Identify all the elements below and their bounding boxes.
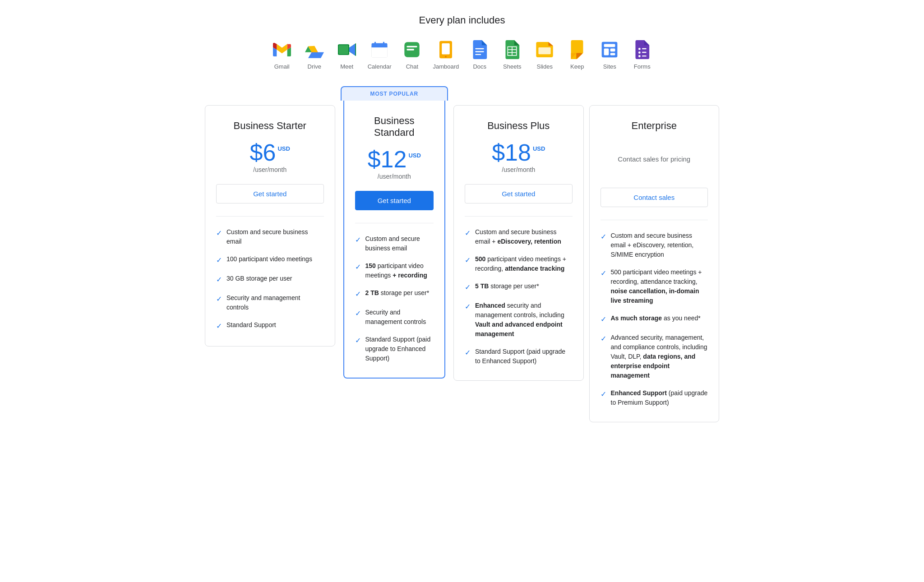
- starter-cta-button[interactable]: Get started: [216, 184, 324, 203]
- most-popular-badge: MOST POPULAR: [341, 86, 448, 101]
- feature-item: ✓ Standard Support (paid upgrade to Enha…: [465, 347, 573, 366]
- svg-rect-8: [372, 47, 388, 57]
- plan-standard: Business Standard $12 USD /user/month Ge…: [343, 101, 446, 379]
- feature-item: ✓ 150 participant video meetings + recor…: [355, 261, 434, 280]
- enterprise-cta-button[interactable]: Contact sales: [601, 188, 708, 207]
- meet-label: Meet: [340, 63, 353, 70]
- check-icon: ✓: [601, 231, 606, 242]
- jamboard-label: Jamboard: [433, 63, 459, 70]
- feature-item: ✓ Security and management controls: [216, 293, 324, 312]
- starter-price: $6: [250, 141, 276, 164]
- check-icon: ✓: [601, 333, 606, 344]
- meet-icon: [336, 39, 358, 60]
- starter-divider: [216, 216, 324, 217]
- svg-rect-30: [642, 48, 647, 49]
- app-gmail: Gmail: [270, 39, 294, 70]
- docs-label: Docs: [473, 63, 486, 70]
- sheets-label: Sheets: [503, 63, 521, 70]
- feature-item: ✓ 500 participant video meetings + recor…: [601, 268, 708, 305]
- slides-icon: [534, 39, 555, 60]
- feature-item: ✓ Custom and secure business email: [216, 227, 324, 246]
- feature-text: 30 GB storage per user: [226, 274, 292, 283]
- feature-text: 500 participant video meetings + recordi…: [475, 254, 573, 273]
- gmail-icon: [271, 39, 293, 60]
- standard-divider: [355, 223, 434, 223]
- check-icon: ✓: [355, 335, 361, 346]
- check-icon: ✓: [216, 321, 222, 332]
- svg-rect-23: [539, 47, 551, 54]
- gmail-label: Gmail: [274, 63, 290, 70]
- sites-label: Sites: [603, 63, 616, 70]
- app-forms: Forms: [630, 39, 654, 70]
- feature-text: Custom and secure business email: [365, 234, 434, 253]
- svg-rect-25: [604, 44, 615, 47]
- keep-label: Keep: [570, 63, 584, 70]
- sheets-icon: [501, 39, 523, 60]
- svg-rect-11: [407, 49, 415, 50]
- svg-rect-28: [610, 53, 615, 55]
- svg-rect-27: [610, 49, 615, 52]
- feature-text: 100 participant video meetings: [226, 254, 312, 264]
- enterprise-features: ✓ Custom and secure business email + eDi…: [601, 231, 708, 407]
- standard-price-row: $12 USD: [355, 148, 434, 171]
- svg-rect-34: [642, 55, 647, 56]
- apps-row: Gmail Drive: [202, 39, 722, 70]
- feature-item: ✓ Standard Support: [216, 320, 324, 332]
- feature-text: 2 TB storage per user*: [365, 288, 430, 298]
- check-icon: ✓: [216, 294, 222, 305]
- feature-text: Standard Support (paid upgrade to Enhanc…: [365, 335, 434, 363]
- feature-text: As much storage as you need*: [611, 314, 701, 323]
- svg-rect-7: [383, 42, 384, 46]
- enterprise-divider: [601, 220, 708, 220]
- standard-currency: USD: [408, 152, 420, 159]
- section-title: Every plan includes: [202, 14, 722, 26]
- plus-features: ✓ Custom and secure business email + eDi…: [465, 227, 573, 366]
- feature-text: 5 TB storage per user*: [475, 282, 539, 291]
- svg-rect-26: [604, 49, 609, 55]
- check-icon: ✓: [216, 228, 222, 239]
- check-icon: ✓: [465, 282, 471, 293]
- check-icon: ✓: [601, 268, 606, 279]
- plans-section: Business Starter $6 USD /user/month Get …: [202, 86, 722, 422]
- feature-text: Enhanced security and management control…: [475, 301, 573, 339]
- standard-period: /user/month: [355, 173, 434, 180]
- feature-item: ✓ As much storage as you need*: [601, 314, 708, 325]
- svg-point-33: [638, 55, 641, 57]
- feature-text: Standard Support: [226, 320, 276, 330]
- standard-cta-button[interactable]: Get started: [355, 191, 434, 210]
- app-calendar: 31 Calendar: [368, 39, 392, 70]
- chat-label: Chat: [406, 63, 418, 70]
- feature-text: Security and management controls: [226, 293, 324, 312]
- plan-plus: Business Plus $18 USD /user/month Get st…: [453, 105, 584, 381]
- svg-point-31: [638, 51, 641, 54]
- check-icon: ✓: [601, 389, 606, 400]
- feature-item: ✓ Custom and secure business email + eDi…: [465, 227, 573, 246]
- feature-text: Enhanced Support (paid upgrade to Premiu…: [611, 388, 708, 407]
- feature-item: ✓ Security and management controls: [355, 308, 434, 327]
- check-icon: ✓: [355, 289, 361, 300]
- app-keep: Keep: [565, 39, 589, 70]
- calendar-icon: 31: [369, 39, 390, 60]
- svg-rect-17: [476, 51, 484, 52]
- svg-rect-10: [407, 46, 417, 47]
- docs-icon: [469, 39, 490, 60]
- plan-starter: Business Starter $6 USD /user/month Get …: [205, 105, 335, 346]
- svg-rect-1: [338, 45, 348, 54]
- drive-icon: [304, 39, 325, 60]
- check-icon: ✓: [465, 347, 471, 358]
- check-icon: ✓: [465, 301, 471, 312]
- feature-item: ✓ 2 TB storage per user*: [355, 288, 434, 300]
- plus-name: Business Plus: [465, 120, 573, 132]
- check-icon: ✓: [216, 274, 222, 285]
- feature-text: 500 participant video meetings + recordi…: [611, 268, 708, 305]
- feature-item: ✓ Enhanced security and management contr…: [465, 301, 573, 339]
- plus-period: /user/month: [465, 166, 573, 173]
- svg-rect-6: [374, 42, 376, 46]
- standard-name: Business Standard: [355, 115, 434, 139]
- svg-rect-16: [476, 48, 484, 49]
- svg-rect-32: [642, 52, 647, 53]
- feature-item: ✓ Enhanced Support (paid upgrade to Prem…: [601, 388, 708, 407]
- feature-item: ✓ Standard Support (paid upgrade to Enha…: [355, 335, 434, 363]
- check-icon: ✓: [216, 255, 222, 266]
- plus-cta-button[interactable]: Get started: [465, 184, 573, 203]
